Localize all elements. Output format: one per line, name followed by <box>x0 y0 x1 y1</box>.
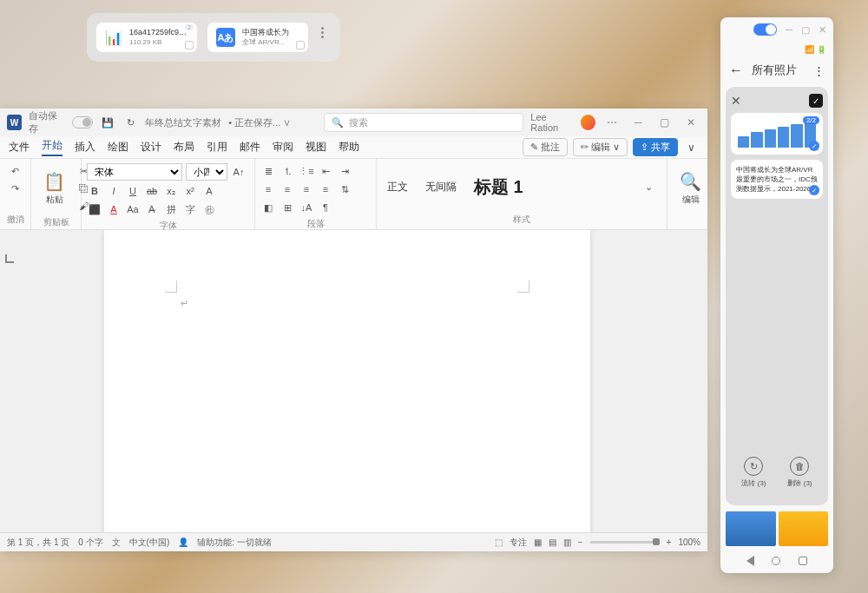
text-checkbox[interactable] <box>296 41 305 49</box>
share-button[interactable]: ⇪共享 <box>633 138 678 156</box>
comment-button[interactable]: ✎批注 <box>523 138 568 156</box>
status-lang-icon[interactable]: 文 <box>112 537 121 549</box>
more-icon[interactable]: ⋮ <box>813 64 825 77</box>
sync-icon[interactable]: ↻ <box>122 115 138 130</box>
bullets-icon[interactable]: ≣ <box>260 163 276 179</box>
subscript-icon[interactable]: x₂ <box>163 183 179 199</box>
font-size-select[interactable]: 小四 <box>186 163 227 181</box>
menu-home[interactable]: 开始 <box>42 138 62 156</box>
search-input[interactable]: 🔍 搜索 <box>324 113 523 132</box>
ribbon-options-icon[interactable]: ⋯ <box>602 112 621 133</box>
view-print-icon[interactable]: ▤ <box>549 537 556 547</box>
paste-button[interactable]: 📋 粘贴 <box>36 169 72 208</box>
menu-file[interactable]: 文件 <box>9 140 30 155</box>
selected-image-card[interactable]: 2/2 ✓ <box>731 113 823 155</box>
file-checkbox[interactable] <box>185 41 194 49</box>
align-center-icon[interactable]: ≡ <box>279 181 295 197</box>
shading-icon[interactable]: ◧ <box>260 200 276 215</box>
style-heading1[interactable]: 标题 1 <box>474 175 523 199</box>
editing-button[interactable]: 🔍 编辑 <box>673 169 708 208</box>
grow-font-icon[interactable]: A↑ <box>231 164 247 180</box>
zoom-slider[interactable] <box>590 541 660 544</box>
thumb-item[interactable] <box>726 511 776 546</box>
share-card-file[interactable]: 📊 16a417259fc920... 110.29 KB 2 <box>95 22 198 53</box>
selected-text-card[interactable]: 中国将成长为全球AR/VR最重要的市场之一，IDC预测数据显示，2021-202… <box>731 160 823 199</box>
menu-review[interactable]: 审阅 <box>273 140 293 155</box>
highlight-icon[interactable]: ⬛ <box>87 201 102 217</box>
phone-max-button[interactable]: ▢ <box>801 24 810 36</box>
superscript-icon[interactable]: x² <box>182 183 198 199</box>
clear-format-icon[interactable]: A̶ <box>144 201 160 217</box>
transfer-button[interactable]: ↻ 流转 (3) <box>741 457 766 488</box>
style-normal[interactable]: 正文 <box>387 180 408 194</box>
zoom-in-icon[interactable]: + <box>667 537 672 547</box>
menu-references[interactable]: 引用 <box>207 140 227 155</box>
sort-icon[interactable]: ↓A <box>299 200 314 215</box>
delete-button[interactable]: 🗑 删除 (3) <box>787 457 812 488</box>
undo-icon[interactable]: ↶ <box>8 163 23 179</box>
line-spacing-icon[interactable]: ⇅ <box>337 181 352 197</box>
menu-mail[interactable]: 邮件 <box>240 140 260 155</box>
menu-view[interactable]: 视图 <box>306 140 326 155</box>
focus-icon[interactable]: ⬚ <box>495 537 503 547</box>
collapse-ribbon-icon[interactable]: ∨ <box>683 140 699 155</box>
nav-recent-icon[interactable] <box>799 557 807 565</box>
save-icon[interactable]: 💾 <box>100 115 115 130</box>
phone-connection-toggle[interactable] <box>753 23 777 36</box>
nav-back-icon[interactable] <box>746 556 754 566</box>
user-name[interactable]: Lee Ration <box>530 112 574 133</box>
align-left-icon[interactable]: ≡ <box>260 181 276 197</box>
autosave-toggle[interactable] <box>72 116 94 128</box>
close-button[interactable]: ✕ <box>681 112 700 133</box>
justify-icon[interactable]: ≡ <box>318 181 333 197</box>
focus-label[interactable]: 专注 <box>510 537 527 549</box>
document-area[interactable]: ↵ <box>0 230 707 532</box>
thumb-item[interactable] <box>779 511 829 546</box>
status-page[interactable]: 第 1 页，共 1 页 <box>7 537 69 549</box>
enclose-icon[interactable]: ㊓ <box>201 201 217 217</box>
view-read-icon[interactable]: ▦ <box>534 537 542 547</box>
selection-close-icon[interactable]: ✕ <box>731 94 741 108</box>
status-lang[interactable]: 中文(中国) <box>129 537 170 549</box>
bold-icon[interactable]: B <box>87 183 102 199</box>
menu-draw[interactable]: 绘图 <box>108 140 128 155</box>
indent-inc-icon[interactable]: ⇥ <box>337 163 352 179</box>
page-canvas[interactable]: ↵ <box>104 230 590 532</box>
phone-close-button[interactable]: ✕ <box>819 24 826 36</box>
redo-icon[interactable]: ↷ <box>8 181 23 196</box>
show-marks-icon[interactable]: ¶ <box>318 200 333 215</box>
menu-layout[interactable]: 布局 <box>174 140 194 155</box>
status-words[interactable]: 0 个字 <box>78 537 102 549</box>
tab-selector-icon[interactable] <box>5 254 14 263</box>
avatar[interactable] <box>581 115 595 130</box>
multilevel-icon[interactable]: ⋮≡ <box>299 163 314 179</box>
font-color-icon[interactable]: A <box>106 201 122 217</box>
align-right-icon[interactable]: ≡ <box>299 181 314 197</box>
zoom-out-icon[interactable]: − <box>578 537 583 547</box>
text-effects-icon[interactable]: A <box>201 183 217 199</box>
back-icon[interactable]: ← <box>729 63 743 78</box>
char-border-icon[interactable]: 字 <box>182 201 198 217</box>
edit-mode-button[interactable]: ✏编辑∨ <box>573 138 628 156</box>
styles-more-icon[interactable]: ⌄ <box>641 180 656 195</box>
font-name-select[interactable]: 宋体 <box>87 163 182 181</box>
menu-design[interactable]: 设计 <box>141 140 161 155</box>
strike-icon[interactable]: ab <box>144 183 160 199</box>
phonetic-icon[interactable]: 拼 <box>163 201 179 217</box>
change-case-icon[interactable]: Aa <box>125 201 141 217</box>
status-accessibility[interactable]: 辅助功能: 一切就绪 <box>197 537 272 549</box>
select-all-checkbox[interactable]: ✓ <box>809 94 823 108</box>
document-title[interactable]: 年终总结文字素材 <box>145 116 221 129</box>
style-nospacing[interactable]: 无间隔 <box>425 180 457 194</box>
borders-icon[interactable]: ⊞ <box>279 200 295 215</box>
menu-insert[interactable]: 插入 <box>75 140 95 155</box>
italic-icon[interactable]: I <box>106 183 122 199</box>
indent-dec-icon[interactable]: ⇤ <box>318 163 333 179</box>
minimize-button[interactable]: ─ <box>628 112 648 133</box>
phone-min-button[interactable]: ─ <box>786 24 792 35</box>
zoom-value[interactable]: 100% <box>678 537 700 547</box>
share-card-text[interactable]: Aあ 中国将成长为 全球 AR/VR... <box>207 22 309 53</box>
nav-home-icon[interactable] <box>772 557 780 565</box>
view-web-icon[interactable]: ▥ <box>563 537 571 547</box>
menu-help[interactable]: 帮助 <box>339 140 359 155</box>
